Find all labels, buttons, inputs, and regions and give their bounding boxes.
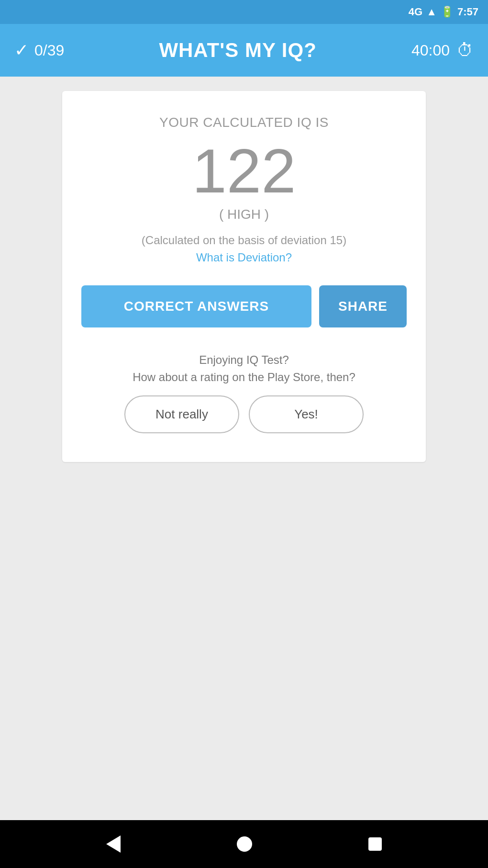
timer-display: 40:00 — [411, 42, 450, 59]
app-header: ✓ 0/39 WHAT'S MY IQ? 40:00 ⏱ — [0, 24, 488, 77]
main-content: YOUR CALCULATED IQ IS 122 ( HIGH ) (Calc… — [0, 77, 488, 820]
bottom-navigation — [0, 820, 488, 868]
header-left: ✓ 0/39 — [14, 40, 64, 60]
home-button[interactable] — [237, 836, 252, 852]
checkmark-icon: ✓ — [14, 40, 29, 60]
time-display: 7:57 — [457, 6, 478, 18]
calculated-label: YOUR CALCULATED IQ IS — [159, 115, 329, 130]
iq-description-line2[interactable]: What is Deviation? — [196, 251, 292, 264]
network-icon: 4G — [409, 6, 422, 18]
home-icon — [237, 836, 252, 852]
rating-text: Enjoying IQ Test? How about a rating on … — [133, 351, 355, 386]
yes-button[interactable]: Yes! — [249, 395, 364, 433]
status-bar: 4G ▲ 🔋 7:57 — [0, 0, 488, 24]
status-icons: 4G ▲ 🔋 7:57 — [409, 6, 478, 18]
action-buttons: CORRECT ANSWERS SHARE — [81, 285, 407, 327]
app-title: WHAT'S MY IQ? — [159, 39, 316, 62]
signal-icon: ▲ — [426, 6, 437, 18]
header-right: 40:00 ⏱ — [411, 40, 474, 60]
result-card: YOUR CALCULATED IQ IS 122 ( HIGH ) (Calc… — [62, 91, 426, 462]
iq-score: 122 — [192, 140, 296, 202]
score-display: 0/39 — [34, 42, 64, 59]
rating-line1: Enjoying IQ Test? — [199, 353, 289, 366]
recents-button[interactable] — [368, 837, 382, 851]
rating-buttons: Not really Yes! — [81, 395, 407, 433]
back-button[interactable] — [106, 835, 121, 853]
recents-icon — [368, 837, 382, 851]
correct-answers-button[interactable]: CORRECT ANSWERS — [81, 285, 311, 327]
back-icon — [106, 835, 121, 853]
timer-icon: ⏱ — [456, 40, 474, 60]
battery-icon: 🔋 — [441, 6, 454, 18]
iq-description-line1: (Calculated on the basis of deviation 15… — [142, 234, 346, 247]
rating-line2: How about a rating on the Play Store, th… — [133, 371, 355, 383]
share-button[interactable]: SHARE — [319, 285, 407, 327]
rating-section: Enjoying IQ Test? How about a rating on … — [81, 351, 407, 433]
not-really-button[interactable]: Not really — [124, 395, 239, 433]
iq-level: ( HIGH ) — [219, 207, 269, 222]
iq-description: (Calculated on the basis of deviation 15… — [142, 232, 346, 266]
